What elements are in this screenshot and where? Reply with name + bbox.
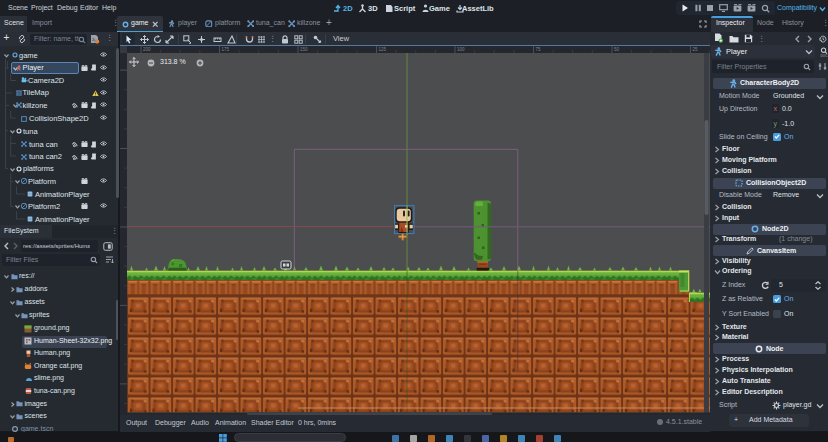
svg-text:DOC: DOC (820, 53, 828, 56)
svg-text:125: 125 (379, 47, 387, 52)
svg-text:25: 25 (693, 47, 699, 52)
svg-text:200: 200 (143, 47, 151, 52)
svg-text:175: 175 (222, 47, 230, 52)
svg-text:150: 150 (300, 47, 308, 52)
svg-text:50: 50 (614, 47, 620, 52)
svg-text:100: 100 (457, 47, 465, 52)
svg-text:75: 75 (536, 47, 542, 52)
